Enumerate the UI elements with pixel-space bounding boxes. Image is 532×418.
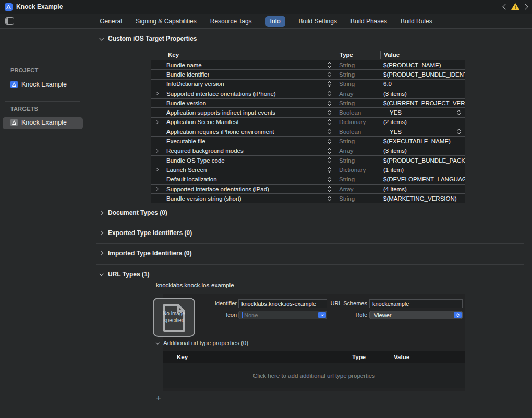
section-url-types[interactable]: URL Types (1): [100, 271, 150, 278]
disclosure-open-icon[interactable]: [99, 272, 103, 276]
text-cursor: [242, 312, 243, 318]
table-row[interactable]: Bundle identifierString$(PRODUCT_BUNDLE_…: [151, 70, 465, 79]
key-stepper[interactable]: [328, 120, 331, 125]
url-schemes-field[interactable]: knockexample: [369, 299, 463, 308]
additional-properties-empty-area[interactable]: Click here to add additional url type pr…: [163, 363, 465, 388]
section-exported-type-identifiers-0-[interactable]: Exported Type Identifiers (0): [100, 229, 192, 237]
back-chevron-icon[interactable]: [502, 4, 508, 9]
key-stepper[interactable]: [328, 177, 331, 182]
value-cell[interactable]: $(PRODUCT_BUNDLE_IDENT: [380, 70, 465, 79]
value-cell[interactable]: 6.0: [380, 80, 465, 89]
disclosure-closed-icon[interactable]: [155, 187, 159, 191]
disclosure-closed-icon[interactable]: [155, 92, 159, 95]
key-stepper[interactable]: [328, 187, 331, 191]
value-cell[interactable]: $(PRODUCT_BUNDLE_PACKA: [380, 156, 465, 165]
disclosure-closed-icon[interactable]: [99, 231, 103, 235]
property-value: YES: [390, 109, 402, 116]
table-row[interactable]: Bundle OS Type codeString$(PRODUCT_BUNDL…: [151, 156, 465, 165]
disclosure-closed-icon[interactable]: [155, 168, 159, 171]
table-row[interactable]: Bundle nameString$(PRODUCT_NAME): [151, 60, 465, 70]
property-key: InfoDictionary version: [166, 81, 224, 87]
key-stepper[interactable]: [328, 168, 331, 173]
table-row[interactable]: Bundle version string (short)String$(MAR…: [151, 194, 465, 203]
key-stepper[interactable]: [328, 139, 331, 144]
property-key: Bundle version string (short): [166, 195, 241, 202]
table-row[interactable]: Executable fileString$(EXECUTABLE_NAME): [151, 137, 465, 146]
disclosure-closed-icon[interactable]: [155, 149, 159, 153]
tab-signing-capabilities[interactable]: Signing & Capabilities: [136, 16, 197, 27]
value-cell[interactable]: $(EXECUTABLE_NAME): [380, 137, 465, 145]
tab-resource-tags[interactable]: Resource Tags: [210, 16, 252, 27]
sidebar-item-project-knock-example[interactable]: Knock Example: [10, 81, 67, 88]
property-key: Supported interface orientations (iPhone…: [166, 91, 276, 97]
tab-build-rules[interactable]: Build Rules: [401, 16, 432, 27]
project-section-label: PROJECT: [10, 67, 38, 73]
section-custom-ios-target-properties[interactable]: Custom iOS Target Properties: [100, 35, 197, 42]
sidebar-item-target-knock-example[interactable]: Knock Example: [10, 119, 67, 126]
table-row[interactable]: Application supports indirect input even…: [151, 108, 465, 117]
key-stepper[interactable]: [328, 129, 331, 134]
role-popup-value: Viewer: [374, 312, 391, 318]
url-schemes-label: URL Schemes: [293, 299, 367, 308]
table-row[interactable]: Supported interface orientations (iPad)A…: [151, 185, 465, 194]
forward-chevron-icon[interactable]: [522, 4, 528, 9]
warning-icon[interactable]: [511, 3, 519, 10]
table-row[interactable]: InfoDictionary versionString6.0: [151, 80, 465, 89]
tab-build-settings[interactable]: Build Settings: [299, 16, 337, 27]
property-value: $(PRODUCT_BUNDLE_PACKA: [383, 157, 465, 164]
disclosure-closed-icon[interactable]: [99, 211, 103, 215]
role-popup[interactable]: Viewer: [369, 311, 463, 319]
key-stepper[interactable]: [328, 63, 331, 67]
key-stepper[interactable]: [328, 149, 331, 153]
table-row[interactable]: Launch ScreenDictionary(1 item): [151, 165, 465, 175]
section-divider: [96, 223, 524, 223]
disclosure-open-icon[interactable]: [99, 36, 103, 40]
disclosure-closed-icon[interactable]: [99, 251, 103, 255]
key-stepper[interactable]: [328, 82, 331, 87]
url-type-image-well[interactable]: No image specified: [153, 298, 195, 337]
key-stepper[interactable]: [328, 196, 331, 201]
value-cell[interactable]: $(CURRENT_PROJECT_VERS: [380, 99, 465, 107]
table-row[interactable]: Default localizationString$(DEVELOPMENT_…: [151, 175, 465, 185]
value-cell[interactable]: $(DEVELOPMENT_LANGUAGI: [380, 175, 465, 184]
key-cell: Application requires iPhone environment: [151, 127, 337, 136]
tab-info[interactable]: Info: [265, 16, 285, 27]
section-imported-type-identifiers-0-[interactable]: Imported Type Identifiers (0): [100, 250, 191, 257]
popup-stepper-button[interactable]: [454, 312, 462, 318]
table-row[interactable]: Application Scene ManifestDictionary(2 i…: [151, 118, 465, 127]
boolean-popup-stepper[interactable]: [457, 129, 460, 134]
value-cell[interactable]: (1 item): [380, 165, 465, 174]
disclosure-open-icon[interactable]: [156, 341, 160, 345]
value-cell[interactable]: (3 items): [380, 146, 465, 155]
add-url-type-button[interactable]: +: [154, 394, 163, 403]
key-stepper[interactable]: [328, 101, 331, 106]
value-cell[interactable]: $(PRODUCT_NAME): [380, 60, 465, 69]
value-cell[interactable]: (2 items): [380, 118, 465, 127]
property-type: String: [337, 100, 380, 106]
key-stepper[interactable]: [328, 158, 331, 163]
sidebar-divider: [5, 101, 80, 102]
value-cell[interactable]: (4 items): [380, 185, 465, 193]
section-document-types-0-[interactable]: Document Types (0): [100, 209, 167, 216]
tab-build-phases[interactable]: Build Phases: [350, 16, 387, 27]
disclosure-closed-icon[interactable]: [155, 120, 159, 124]
sidebar-item-label: Knock Example: [21, 119, 67, 126]
property-value: $(EXECUTABLE_NAME): [383, 138, 451, 144]
key-stepper[interactable]: [328, 110, 331, 115]
table-row[interactable]: Required background modesArray(3 items): [151, 146, 465, 156]
value-cell[interactable]: YES: [380, 127, 465, 136]
key-stepper[interactable]: [328, 91, 331, 96]
window-title: Knock Example: [16, 3, 63, 10]
table-row[interactable]: Supported interface orientations (iPhone…: [151, 89, 465, 99]
table-row[interactable]: Application requires iPhone environmentB…: [151, 127, 465, 137]
boolean-popup-stepper[interactable]: [457, 110, 460, 115]
additional-properties-disclosure[interactable]: Additional url type properties (0): [156, 339, 248, 347]
value-cell[interactable]: (3 items): [380, 89, 465, 98]
key-stepper[interactable]: [328, 72, 331, 77]
value-cell[interactable]: YES: [380, 108, 465, 117]
sidebar-toggle-icon[interactable]: [5, 17, 14, 25]
table-row[interactable]: Bundle versionString$(CURRENT_PROJECT_VE…: [151, 99, 465, 108]
tab-general[interactable]: General: [100, 16, 122, 27]
section-divider: [96, 264, 524, 265]
value-cell[interactable]: $(MARKETING_VERSION): [380, 194, 465, 203]
